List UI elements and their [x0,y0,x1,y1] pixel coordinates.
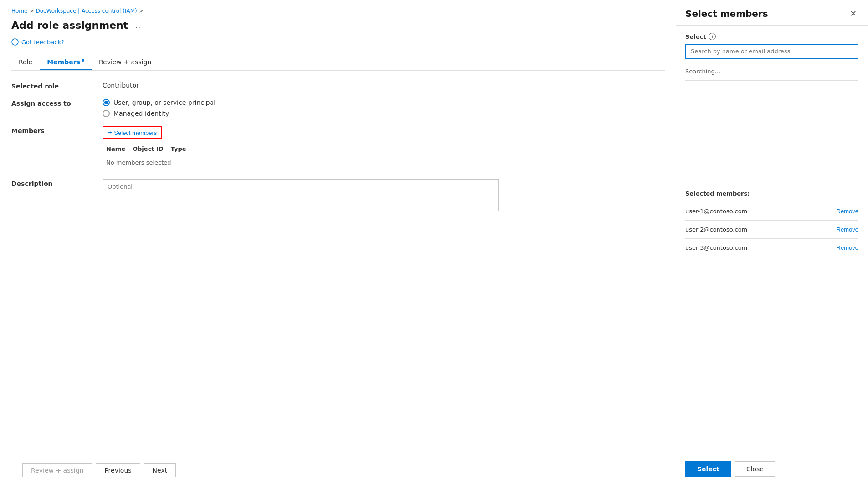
right-panel-body: Select i Searching... Selected members: … [676,26,868,454]
selected-role-row: Selected role Contributor [11,82,665,90]
select-members-button[interactable]: + Select members [103,126,162,139]
feedback-icon: i [11,38,19,46]
selected-members-label: Selected members: [685,190,858,197]
right-panel-header: Select members ✕ [676,0,868,26]
select-label: Select [685,33,706,40]
page-options-icon[interactable]: ... [133,21,140,30]
form-section: Selected role Contributor Assign access … [11,82,665,457]
right-panel-select-button[interactable]: Select [685,461,731,477]
radio-managed-label: Managed identity [113,110,169,117]
selected-role-label: Selected role [11,82,84,90]
breadcrumb: Home > DocWorkspace | Access control (IA… [11,8,665,14]
assign-access-radio-group: User, group, or service principal Manage… [103,99,216,117]
page-title-row: Add role assignment ... [11,20,665,31]
right-panel-title: Select members [685,8,768,19]
breadcrumb-workspace[interactable]: DocWorkspace | Access control (IAM) [36,8,137,14]
col-name: Name [103,143,129,155]
plus-icon: + [108,129,112,136]
members-dot [82,59,84,62]
remove-button-3[interactable]: Remove [837,244,858,251]
breadcrumb-sep2: > [139,8,144,14]
feedback-row[interactable]: i Got feedback? [11,38,665,46]
radio-user-circle [103,99,110,106]
member-email-2: user-2@contoso.com [685,226,747,233]
radio-managed-circle [103,110,110,117]
member-email-1: user-1@contoso.com [685,208,747,215]
feedback-label: Got feedback? [21,39,64,46]
select-label-row: Select i [685,33,858,40]
svg-text:i: i [15,40,16,45]
description-row: Description [11,179,665,211]
radio-user-label: User, group, or service principal [113,99,216,106]
members-content: + Select members Name Object ID Type [103,126,190,170]
right-panel-footer: Select Close [676,454,868,484]
members-row: Members + Select members Name Object ID … [11,126,665,170]
radio-user-group[interactable]: User, group, or service principal [103,99,216,106]
member-email-3: user-3@contoso.com [685,244,747,251]
member-item: user-3@contoso.com Remove [685,239,858,257]
info-icon: i [709,33,716,40]
description-textarea[interactable] [103,179,499,211]
previous-button[interactable]: Previous [96,463,140,477]
page-title: Add role assignment [11,20,128,31]
description-label: Description [11,179,84,187]
remove-button-2[interactable]: Remove [837,226,858,233]
review-assign-button[interactable]: Review + assign [22,463,92,477]
bottom-bar: Review + assign Previous Next [11,457,665,484]
remove-button-1[interactable]: Remove [837,208,858,215]
col-object-id: Object ID [129,143,167,155]
no-members-text: No members selected [103,155,190,170]
tabs: Role Members Review + assign [11,55,665,71]
assign-access-label: Assign access to [11,99,84,107]
member-item: user-2@contoso.com Remove [685,221,858,239]
col-type: Type [167,143,190,155]
searching-text: Searching... [685,66,858,81]
tab-members[interactable]: Members [40,55,92,70]
breadcrumb-sep1: > [29,8,34,14]
tab-review-assign[interactable]: Review + assign [92,55,159,70]
members-table: Name Object ID Type No members selected [103,143,190,170]
next-button[interactable]: Next [144,463,176,477]
assign-access-row: Assign access to User, group, or service… [11,99,665,117]
selected-role-value: Contributor [103,82,139,89]
breadcrumb-home[interactable]: Home [11,8,27,14]
members-label: Members [11,126,84,134]
search-input-wrapper [685,44,858,59]
table-row: No members selected [103,155,190,170]
search-input[interactable] [686,45,858,58]
member-item: user-1@contoso.com Remove [685,202,858,221]
tab-role[interactable]: Role [11,55,40,70]
right-panel-close-button[interactable]: Close [735,461,775,477]
right-panel: Select members ✕ Select i Searching... S… [676,0,868,484]
close-button[interactable]: ✕ [848,8,858,20]
selected-members-section: Selected members: user-1@contoso.com Rem… [685,190,858,257]
radio-managed-identity[interactable]: Managed identity [103,110,216,117]
